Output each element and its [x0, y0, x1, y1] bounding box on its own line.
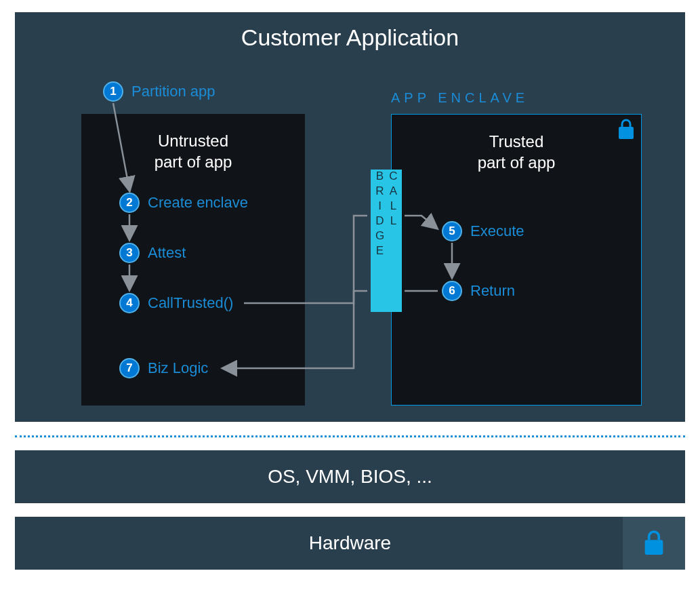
svg-rect-5 [645, 540, 663, 555]
dotted-divider [15, 435, 685, 437]
hardware-layer-bar: Hardware [15, 517, 685, 570]
hardware-layer-label: Hardware [309, 532, 391, 554]
lock-icon [642, 530, 665, 557]
os-layer-label: OS, VMM, BIOS, ... [268, 466, 432, 488]
svg-line-1 [113, 103, 129, 190]
hardware-lock-box [623, 517, 685, 570]
customer-application-panel: Customer Application 1 Partition app APP… [15, 12, 685, 422]
os-layer-bar: OS, VMM, BIOS, ... [15, 450, 685, 503]
flow-arrows [15, 12, 665, 419]
